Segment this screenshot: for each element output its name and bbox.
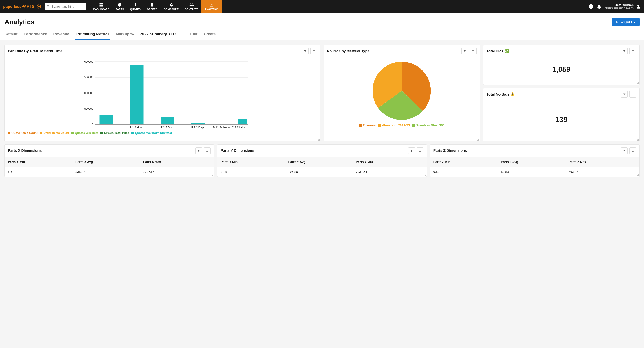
user-menu[interactable]: Jeff Gorman JEFF'S PERFECT PARTS: [605, 3, 641, 10]
legend-item[interactable]: Titanium: [359, 124, 376, 127]
cell: 0.80: [434, 170, 501, 174]
filter-button[interactable]: [621, 147, 628, 154]
bell-icon[interactable]: [596, 4, 602, 9]
resize-handle[interactable]: [636, 174, 639, 176]
search-box[interactable]: [45, 3, 86, 10]
nav-label: CONFIGURE: [164, 8, 178, 10]
svg-rect-23: [161, 124, 174, 124]
logo[interactable]: paperlessPARTS: [3, 4, 41, 9]
table-header: Parts Z Min Parts Z Avg Parts Z Max: [430, 157, 639, 167]
filter-button[interactable]: [621, 48, 628, 54]
tab-revenue[interactable]: Revenue: [54, 30, 70, 40]
cell: 196.86: [288, 170, 356, 174]
menu-icon: [632, 93, 634, 96]
table-header: Parts X Min Parts X Avg Parts X Max: [5, 157, 214, 167]
table-header: Parts Y Min Parts Y Avg Parts Y Max: [217, 157, 426, 167]
menu-button[interactable]: [630, 91, 636, 98]
legend-item[interactable]: Orders Total Price: [100, 131, 129, 135]
card-title: Parts Z Dimensions: [434, 149, 467, 153]
legend-item[interactable]: Quotes Win Rate: [71, 131, 98, 135]
legend-item[interactable]: Aluminum 2011-T3: [378, 124, 410, 127]
filter-icon: [623, 93, 626, 96]
nav-analytics[interactable]: ANALYTICS: [202, 0, 222, 13]
svg-rect-18: [100, 115, 113, 124]
nav-contacts[interactable]: CONTACTS: [182, 0, 202, 13]
resize-handle[interactable]: [318, 138, 320, 141]
menu-button[interactable]: [470, 48, 477, 54]
filter-button[interactable]: [195, 147, 202, 154]
top-header: paperlessPARTS DASHBOARD PARTS QUOTES OR…: [0, 0, 644, 13]
tab-2022-summary[interactable]: 2022 Summary YTD: [140, 30, 176, 40]
card-no-bids-pie: No Bids by Material Type Titanium Alumin…: [324, 45, 480, 141]
resize-handle[interactable]: [211, 174, 213, 176]
card-title: Parts Y Dimensions: [220, 149, 254, 153]
user-name: Jeff Gorman: [605, 3, 634, 7]
svg-rect-21: [130, 124, 144, 124]
svg-text:F 2-5 Days: F 2-5 Days: [161, 126, 174, 129]
menu-button[interactable]: [630, 48, 636, 54]
menu-button[interactable]: [310, 48, 317, 54]
nav-orders[interactable]: ORDERS: [144, 0, 160, 13]
tab-markup[interactable]: Markup %: [116, 30, 134, 40]
main-nav: DASHBOARD PARTS QUOTES ORDERS CONFIGURE …: [90, 0, 222, 13]
people-icon: [189, 2, 194, 7]
resize-handle[interactable]: [636, 138, 639, 141]
tab-estimating-metrics[interactable]: Estimating Metrics: [76, 30, 109, 40]
svg-text:C 4-12 Hours: C 4-12 Hours: [232, 126, 248, 129]
col-header: Parts Y Max: [356, 160, 424, 164]
nav-parts[interactable]: PARTS: [112, 0, 127, 13]
card-title: Parts X Dimensions: [8, 149, 42, 153]
menu-button[interactable]: [630, 147, 636, 154]
filter-button[interactable]: [462, 48, 468, 54]
svg-text:D 12-24 Hours: D 12-24 Hours: [213, 126, 230, 129]
menu-icon: [206, 149, 209, 152]
nav-configure[interactable]: CONFIGURE: [160, 0, 182, 13]
resize-handle[interactable]: [424, 174, 426, 176]
svg-text:000000: 000000: [84, 60, 93, 63]
new-query-button[interactable]: NEW QUERY: [612, 18, 640, 26]
legend-item[interactable]: Quotes Maximum Subtotal: [131, 131, 172, 135]
legend-item[interactable]: Order Items Count: [40, 131, 69, 135]
card-title: No Bids by Material Type: [327, 49, 370, 53]
svg-rect-25: [238, 119, 247, 124]
filter-button[interactable]: [302, 48, 308, 54]
tab-default[interactable]: Default: [4, 30, 18, 40]
pie-chart: [324, 57, 480, 120]
svg-text:000000: 000000: [84, 91, 93, 95]
menu-button[interactable]: [417, 147, 424, 154]
resize-handle[interactable]: [636, 82, 639, 84]
tab-create[interactable]: Create: [204, 30, 216, 40]
cell: 763.27: [568, 170, 636, 174]
legend-item[interactable]: Quote Items Count: [8, 131, 38, 135]
filter-button[interactable]: [408, 147, 415, 154]
search-input[interactable]: [52, 5, 84, 8]
menu-icon: [312, 50, 315, 53]
col-header: Parts Y Min: [220, 160, 288, 164]
nav-label: ANALYTICS: [204, 8, 218, 10]
col-header: Parts X Max: [143, 160, 210, 164]
menu-icon: [632, 50, 634, 53]
filter-button[interactable]: [621, 91, 628, 98]
pie-svg: [372, 62, 431, 120]
filter-icon: [304, 50, 307, 53]
legend-item[interactable]: Stainless Steel 304: [412, 124, 444, 127]
tab-performance[interactable]: Performance: [24, 30, 47, 40]
nav-quotes[interactable]: QUOTES: [127, 0, 144, 13]
page-title: Analytics: [4, 18, 34, 26]
nav-label: CONTACTS: [185, 8, 198, 10]
logo-text-1: paperless: [3, 4, 21, 9]
table-row: 3.18 196.86 7337.54: [217, 167, 426, 177]
stat-column: Total Bids ✅ 1,059 Total No Bids ⚠️ 139: [483, 45, 640, 141]
nav-label: DASHBOARD: [94, 8, 110, 10]
card-total-bids: Total Bids ✅ 1,059: [483, 45, 640, 85]
menu-button[interactable]: [204, 147, 210, 154]
card-parts-y: Parts Y Dimensions Parts Y Min Parts Y A…: [217, 144, 427, 177]
resize-handle[interactable]: [477, 138, 480, 141]
nav-dashboard[interactable]: DASHBOARD: [90, 0, 113, 13]
svg-rect-24: [191, 123, 205, 124]
cell: 3.18: [220, 170, 288, 174]
help-icon[interactable]: [588, 4, 594, 9]
bar-legend: Quote Items Count Order Items Count Quot…: [5, 130, 320, 137]
tab-edit[interactable]: Edit: [190, 30, 198, 40]
filter-icon: [410, 149, 413, 152]
